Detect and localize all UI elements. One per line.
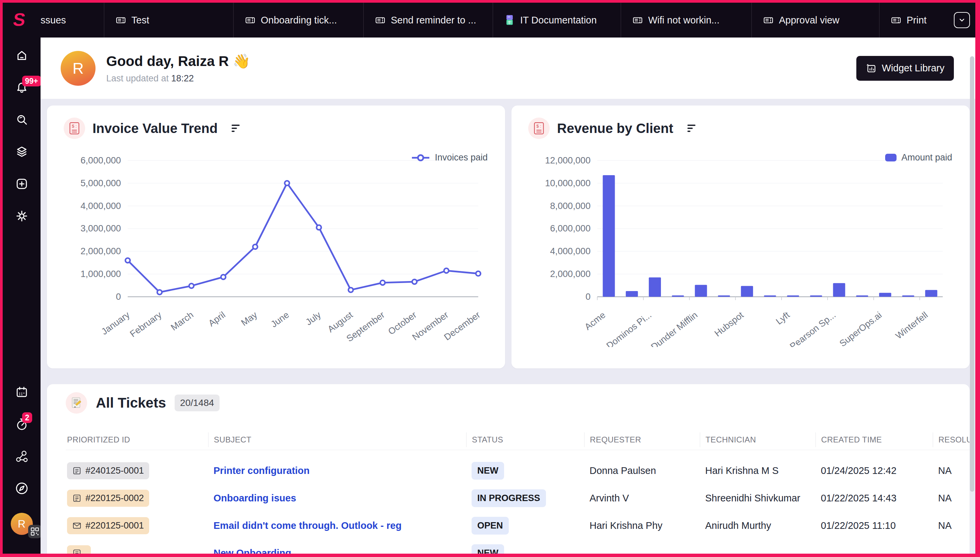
calendar-icon[interactable] [14, 384, 29, 400]
svg-text:August: August [325, 309, 354, 335]
svg-text:2,000,000: 2,000,000 [80, 246, 121, 256]
timer-count-badge: 2 [22, 412, 33, 423]
svg-text:10,000,000: 10,000,000 [545, 178, 591, 188]
add-new-icon[interactable] [14, 176, 29, 192]
table-row[interactable]: #220125-0002Onboarding isuesIN PROGRESSA… [66, 484, 970, 512]
share-network-icon[interactable] [14, 448, 29, 464]
tab-print[interactable]: Print [879, 3, 952, 37]
svg-text:1,000,000: 1,000,000 [80, 269, 121, 279]
svg-text:April: April [206, 309, 227, 329]
created-time: 01/22/2025 11:10 [815, 520, 933, 531]
svg-text:8,000,000: 8,000,000 [550, 200, 591, 211]
left-sidebar: 99+ [3, 37, 41, 554]
avatar-initial: R [18, 518, 26, 530]
filter-icon[interactable] [230, 122, 242, 134]
ticket-icon [72, 494, 82, 503]
ticket-subject-link[interactable]: New Onboarding [214, 547, 291, 554]
superops-logo[interactable]: S [3, 3, 41, 37]
svg-text:February: February [128, 309, 164, 339]
tab-approval-view[interactable]: Approval view [752, 3, 879, 37]
vertical-scrollbar[interactable] [970, 56, 974, 492]
table-row[interactable]: New OnboardingNEW [66, 539, 970, 554]
table-row[interactable]: #240125-0001Printer configurationNEWDonn… [66, 457, 970, 484]
notifications-bell-icon[interactable]: 99+ [14, 80, 29, 95]
tab-send-reminder-to[interactable]: Send reminder to ... [364, 3, 493, 37]
settings-gear-icon[interactable] [14, 208, 29, 224]
tab-label: ssues [41, 15, 66, 26]
table-row[interactable]: #220125-0001Email didn't come through. O… [66, 512, 970, 539]
tab-it-documentation[interactable]: IT Documentation [493, 3, 621, 37]
column-header-subject: SUBJECT [208, 432, 466, 447]
column-header-created-time: CREATED TIME [815, 432, 933, 447]
widget-library-button[interactable]: Widget Library [856, 56, 954, 81]
requester: Hari Krishna Phy [584, 520, 700, 531]
svg-text:Dominos Pi...: Dominos Pi... [604, 309, 653, 347]
tab-label: Onboarding tick... [261, 15, 337, 26]
tab-label: IT Documentation [520, 15, 596, 26]
resolution-time: NA [933, 520, 970, 531]
svg-text:$ :: $ : [536, 124, 541, 129]
svg-text:4,000,000: 4,000,000 [550, 246, 591, 256]
mail-icon [72, 521, 82, 530]
card-title: Invoice Value Trend [93, 121, 217, 136]
svg-text:June: June [269, 309, 291, 329]
svg-text:December: December [442, 309, 482, 342]
search-icon[interactable] [14, 112, 29, 127]
filter-icon[interactable] [685, 122, 697, 134]
compass-icon[interactable] [14, 480, 29, 496]
column-header-requester: REQUESTER [584, 432, 700, 447]
superops-logo-icon: S [11, 10, 32, 31]
ticket-id-badge[interactable] [67, 545, 91, 554]
ticket-subject-link[interactable]: Onboarding isues [214, 493, 296, 503]
svg-text:May: May [239, 309, 259, 328]
ticket-icon [375, 15, 385, 26]
technician: Anirudh Murthy [700, 520, 815, 531]
svg-text:5,000,000: 5,000,000 [80, 178, 121, 188]
created-time: 01/22/2025 14:43 [815, 493, 933, 504]
ticket-icon [72, 549, 82, 554]
tab-test[interactable]: Test [104, 3, 234, 37]
home-icon[interactable] [14, 47, 29, 63]
svg-text:Hubspot: Hubspot [712, 309, 745, 339]
legend: Invoices paid [411, 152, 488, 163]
svg-text:Lyft: Lyft [774, 309, 792, 327]
ticket-icon [72, 466, 82, 475]
document-icon [505, 15, 515, 26]
svg-text:0: 0 [116, 292, 121, 302]
invoice-icon: $ : [64, 117, 85, 139]
status-badge: NEW [472, 462, 504, 480]
wave-emoji: 👋 [233, 53, 250, 69]
svg-text:3,000,000: 3,000,000 [80, 223, 121, 234]
tickets-table-header: PRIORITIZED IDSUBJECTSTATUSREQUESTERTECH… [66, 430, 970, 450]
ticket-icon [891, 15, 901, 26]
ticket-icon [763, 15, 774, 26]
svg-text:2,000,000: 2,000,000 [550, 269, 591, 279]
header-avatar: R [60, 51, 96, 86]
top-tab-bar: S ssuesTestOnboarding tick...Send remind… [3, 3, 975, 37]
tab-wifi-not-workin[interactable]: Wifi not workin... [621, 3, 752, 37]
svg-text:Dunder Mifflin: Dunder Mifflin [649, 309, 699, 347]
technician: Hari Krishna M S [700, 465, 815, 476]
requester: Donna Paulsen [584, 465, 700, 476]
ticket-subject-link[interactable]: Printer configuration [214, 465, 310, 476]
user-avatar[interactable]: R [11, 513, 33, 535]
widget-chart-icon [866, 63, 877, 74]
line-legend-marker [411, 154, 430, 161]
timer-icon[interactable]: 2 [14, 416, 29, 432]
technician: Shreenidhi Shivkumar [700, 493, 815, 504]
tab-ssues[interactable]: ssues [41, 3, 104, 37]
ticket-subject-link[interactable]: Email didn't come through. Outlook - reg [214, 520, 402, 531]
column-header-status: STATUS [466, 432, 584, 447]
ticket-id-badge[interactable]: #220125-0002 [67, 490, 149, 507]
tab-onboarding-tick[interactable]: Onboarding tick... [234, 3, 364, 37]
layers-icon[interactable] [14, 144, 29, 160]
ticket-id-badge[interactable]: #240125-0001 [67, 462, 149, 479]
tab-overflow-button[interactable] [954, 12, 970, 28]
ticket-id-badge[interactable]: #220125-0001 [67, 517, 149, 534]
svg-text:Pearson Sp...: Pearson Sp... [787, 309, 838, 347]
qr-code-badge[interactable] [28, 525, 42, 538]
ticket-id: #220125-0002 [85, 493, 144, 503]
svg-text:6,000,000: 6,000,000 [550, 223, 591, 234]
ticket-icon [116, 15, 126, 26]
status-badge: NEW [472, 544, 504, 554]
